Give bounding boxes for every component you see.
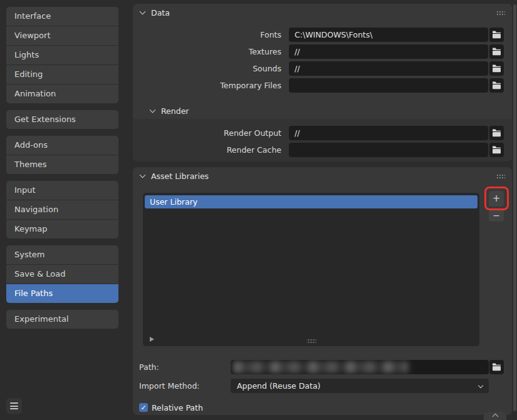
textures-row: Textures // [133, 44, 512, 59]
sidebar-item-save-load[interactable]: Save & Load [6, 265, 118, 284]
sidebar-item-file-paths[interactable]: File Paths [6, 284, 118, 303]
editor-menu-button[interactable] [6, 398, 22, 414]
sounds-row: Sounds // [133, 61, 512, 76]
redacted-path-value [233, 361, 409, 373]
sidebar-item-animation[interactable]: Animation [6, 85, 118, 103]
sidebar-item-get-extensions[interactable]: Get Extensions [6, 110, 118, 129]
panel-drag-grip-icon[interactable] [496, 10, 505, 15]
fonts-path-field[interactable]: C:\WINDOWS\Fonts\ [289, 28, 488, 42]
folder-icon [492, 81, 501, 90]
render-subpanel-header[interactable]: Render [133, 103, 512, 119]
relative-path-row: ✓ Relative Path [133, 401, 512, 415]
asset-library-list[interactable]: User Library [143, 193, 479, 346]
sidebar-group-input: Input Navigation Keymap [6, 181, 118, 238]
sidebar-item-system[interactable]: System [6, 245, 118, 264]
fonts-browse-button[interactable] [489, 28, 504, 42]
sidebar-group-general: Interface Viewport Lights Editing Animat… [6, 7, 118, 103]
render-cache-row: Render Cache [133, 143, 512, 157]
folder-icon [492, 363, 501, 371]
folder-icon [492, 129, 501, 137]
library-path-browse-button[interactable] [489, 360, 504, 374]
library-path-row: Path: [133, 360, 512, 374]
hamburger-icon [10, 402, 18, 404]
remove-asset-library-button[interactable]: − [489, 208, 504, 222]
render-cache-path-field[interactable] [289, 143, 488, 157]
sidebar-item-addons[interactable]: Add-ons [6, 136, 118, 155]
asset-library-list-item-selected[interactable]: User Library [145, 195, 478, 208]
import-method-value: Append (Reuse Data) [237, 381, 320, 391]
render-cache-browse-button[interactable] [489, 143, 504, 157]
chevron-down-icon [478, 383, 483, 388]
temporary-files-path-field[interactable] [289, 78, 488, 93]
sidebar-item-experimental[interactable]: Experimental [6, 310, 118, 329]
render-output-browse-button[interactable] [489, 126, 504, 140]
blender-preferences-window: Interface Viewport Lights Editing Animat… [0, 0, 517, 420]
sidebar-item-themes[interactable]: Themes [6, 155, 118, 174]
asset-libraries-panel: Asset Libraries User Library + − Path: I… [133, 167, 512, 415]
sounds-label: Sounds [133, 61, 281, 76]
render-output-row: Render Output // [133, 126, 512, 140]
import-method-dropdown[interactable]: Append (Reuse Data) [231, 379, 489, 393]
library-path-label: Path: [139, 360, 159, 374]
chevron-down-icon [140, 9, 146, 15]
list-resize-grip-icon[interactable] [306, 338, 316, 343]
sounds-path-field[interactable]: // [289, 61, 488, 76]
library-path-field[interactable] [231, 360, 489, 374]
data-panel: Data Fonts C:\WINDOWS\Fonts\ Textures //… [133, 4, 512, 161]
fonts-row: Fonts C:\WINDOWS\Fonts\ [133, 28, 512, 42]
sidebar-group-experimental: Experimental [6, 310, 118, 329]
temporary-files-row: Temporary Files [133, 78, 512, 93]
sounds-browse-button[interactable] [489, 61, 504, 76]
asset-libraries-panel-header[interactable]: Asset Libraries [133, 167, 512, 185]
sidebar-item-lights[interactable]: Lights [6, 46, 118, 64]
vertical-scrollbar[interactable] [513, 4, 516, 411]
folder-icon [492, 64, 501, 73]
temporary-files-browse-button[interactable] [489, 78, 504, 93]
sidebar-item-editing[interactable]: Editing [6, 65, 118, 84]
sidebar-item-input[interactable]: Input [6, 181, 118, 200]
sidebar-item-viewport[interactable]: Viewport [6, 26, 118, 45]
chevron-down-icon [150, 107, 156, 113]
render-output-path-field[interactable]: // [289, 126, 488, 140]
data-panel-header[interactable]: Data [133, 4, 512, 21]
chevron-down-icon [140, 172, 146, 178]
render-cache-label: Render Cache [133, 143, 281, 157]
render-subpanel-title: Render [161, 106, 189, 116]
collapsed-region-tab[interactable] [484, 412, 506, 420]
expand-triangle-icon[interactable] [150, 337, 154, 342]
sidebar-item-navigation[interactable]: Navigation [6, 200, 118, 219]
data-panel-title: Data [151, 8, 170, 18]
preferences-sidebar: Interface Viewport Lights Editing Animat… [6, 7, 118, 335]
textures-browse-button[interactable] [489, 44, 504, 59]
sidebar-item-keymap[interactable]: Keymap [6, 220, 118, 238]
sidebar-group-addons: Add-ons Themes [6, 136, 118, 174]
import-method-label: Import Method: [139, 379, 200, 393]
relative-path-label: Relative Path [152, 401, 203, 415]
sidebar-group-extensions: Get Extensions [6, 110, 118, 129]
import-method-row: Import Method: Append (Reuse Data) [133, 379, 512, 393]
textures-label: Textures [133, 44, 281, 59]
sidebar-group-system: System Save & Load File Paths [6, 245, 118, 303]
panel-drag-grip-icon[interactable] [496, 173, 505, 178]
fonts-label: Fonts [133, 28, 281, 42]
render-subpanel-body: Render Output // Render Cache [133, 119, 512, 161]
folder-icon [492, 48, 501, 56]
annotation-highlight-box [484, 187, 509, 210]
chevron-up-icon [492, 414, 498, 420]
checkmark-icon: ✓ [140, 404, 146, 412]
relative-path-checkbox[interactable]: ✓ [139, 403, 148, 412]
sidebar-item-interface[interactable]: Interface [6, 7, 118, 26]
render-output-label: Render Output [133, 126, 281, 140]
temporary-files-label: Temporary Files [133, 78, 281, 93]
folder-icon [492, 31, 501, 39]
asset-libraries-panel-title: Asset Libraries [151, 172, 209, 181]
folder-icon [492, 146, 501, 154]
textures-path-field[interactable]: // [289, 44, 488, 59]
